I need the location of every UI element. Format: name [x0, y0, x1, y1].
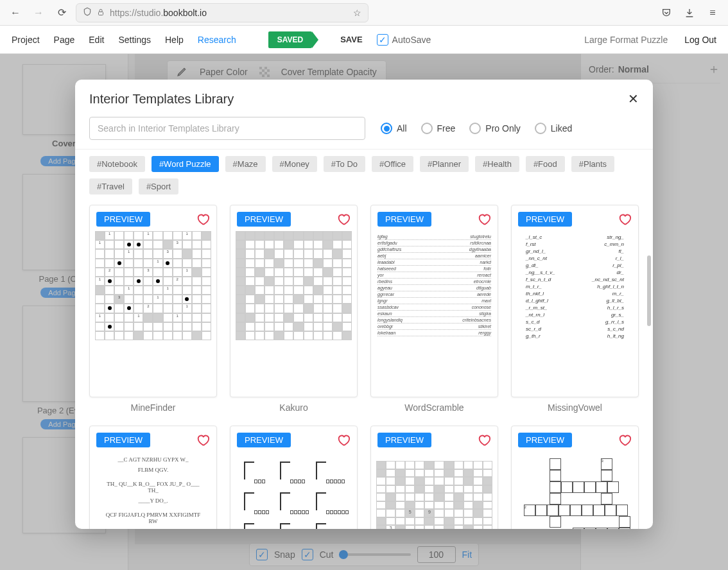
- template-preview: 3215: [517, 452, 633, 529]
- heart-icon[interactable]: [477, 212, 491, 226]
- url-text: https://studio.bookbolt.io: [110, 8, 348, 18]
- heart-icon[interactable]: [618, 212, 632, 226]
- star-icon[interactable]: ☆: [353, 8, 361, 18]
- heart-icon[interactable]: [336, 212, 351, 226]
- lfp-link[interactable]: Large Format Puzzle: [584, 35, 668, 45]
- tag-planner[interactable]: #Planner: [420, 156, 469, 172]
- filter-liked[interactable]: Liked: [535, 123, 572, 134]
- menu-project[interactable]: Project: [12, 35, 40, 45]
- menu-page[interactable]: Page: [54, 35, 75, 45]
- preview-button[interactable]: PREVIEW: [237, 212, 291, 227]
- tag-health[interactable]: #Health: [475, 156, 519, 172]
- tag-notebook[interactable]: #Notebook: [89, 156, 145, 172]
- tag-office[interactable]: #Office: [372, 156, 413, 172]
- lock-icon: [97, 8, 105, 18]
- tag-todo[interactable]: #To Do: [324, 156, 365, 172]
- tag-plants[interactable]: #Plants: [571, 156, 614, 172]
- svg-rect-0: [99, 12, 103, 15]
- save-button[interactable]: SAVE: [340, 35, 362, 44]
- pocket-icon[interactable]: [657, 4, 675, 22]
- menu-settings[interactable]: Settings: [118, 35, 151, 45]
- preview-button[interactable]: PREVIEW: [518, 433, 572, 447]
- tag-food[interactable]: #Food: [526, 156, 565, 172]
- browser-chrome: ← → ⟳ https://studio.bookbolt.io ☆ ≡: [0, 0, 728, 26]
- menu-research[interactable]: Research: [198, 35, 236, 45]
- template-title: Kakuro: [230, 402, 358, 413]
- search-input[interactable]: Search in Interior Templates Library: [89, 117, 365, 140]
- heart-icon[interactable]: [477, 433, 491, 447]
- preview-button[interactable]: PREVIEW: [377, 212, 431, 227]
- template-preview: tgfagstugtotreluertlsfgadursfdkrcnaagdif…: [376, 231, 492, 392]
- shield-icon: [83, 7, 92, 18]
- tag-wordpuzzle[interactable]: #Word Puzzle: [152, 156, 219, 172]
- preview-button[interactable]: PREVIEW: [96, 212, 150, 227]
- saved-badge: SAVED: [268, 31, 312, 48]
- autosave-toggle[interactable]: ✓ AutoSave: [377, 34, 431, 46]
- template-card[interactable]: PREVIEW3215: [511, 426, 639, 529]
- autosave-label: AutoSave: [392, 35, 431, 45]
- logout-link[interactable]: Log Out: [684, 35, 716, 45]
- template-preview: 593: [376, 452, 492, 529]
- template-grid: PREVIEW1111313123112113121111MineFinderP…: [89, 205, 639, 529]
- preview-button[interactable]: PREVIEW: [518, 212, 572, 227]
- template-preview: [236, 231, 352, 392]
- tag-sport[interactable]: #Sport: [139, 178, 178, 194]
- template-preview: _l_st_cstr_ng_f_rstc_mm_ngr_nd_l_fl__nn_…: [517, 231, 633, 392]
- radio-icon: [421, 123, 433, 134]
- radio-icon: [535, 123, 546, 134]
- template-preview: __C AGT NZRHU GYPX W_FLBM QGV.TH_ QU__K …: [95, 452, 211, 529]
- reload-icon[interactable]: ⟳: [53, 4, 71, 22]
- template-card[interactable]: PREVIEW593: [370, 426, 498, 529]
- address-bar[interactable]: https://studio.bookbolt.io ☆: [76, 3, 368, 22]
- templates-modal: Interior Templates Library ✕ Search in I…: [75, 80, 653, 529]
- heart-icon[interactable]: [618, 433, 632, 447]
- template-preview: [236, 452, 352, 529]
- menu-help[interactable]: Help: [165, 35, 184, 45]
- template-preview: 1111313123112113121111: [95, 231, 211, 392]
- heart-icon[interactable]: [196, 433, 210, 447]
- forward-icon[interactable]: →: [30, 4, 48, 22]
- filter-all[interactable]: All: [381, 123, 407, 134]
- template-card[interactable]: PREVIEW: [230, 426, 358, 529]
- template-card[interactable]: PREVIEW: [230, 205, 358, 397]
- close-icon[interactable]: ✕: [628, 91, 639, 107]
- tag-row: #Notebook#Word Puzzle#Maze#Money#To Do#O…: [75, 150, 653, 201]
- radio-icon: [381, 123, 392, 134]
- heart-icon[interactable]: [196, 212, 210, 226]
- tag-travel[interactable]: #Travel: [89, 178, 132, 194]
- preview-button[interactable]: PREVIEW: [96, 433, 150, 447]
- template-title: MineFinder: [89, 402, 217, 413]
- filter-free[interactable]: Free: [421, 123, 456, 134]
- scrollbar-thumb[interactable]: [647, 255, 651, 326]
- radio-icon: [469, 123, 481, 134]
- menu-edit[interactable]: Edit: [89, 35, 104, 45]
- download-icon[interactable]: [680, 4, 698, 22]
- search-placeholder: Search in Interior Templates Library: [98, 123, 239, 134]
- template-title: MissingVowel: [511, 402, 639, 413]
- modal-title: Interior Templates Library: [89, 92, 234, 107]
- tag-money[interactable]: #Money: [272, 156, 317, 172]
- modal-mask[interactable]: Interior Templates Library ✕ Search in I…: [0, 54, 728, 570]
- preview-button[interactable]: PREVIEW: [377, 433, 431, 447]
- back-icon[interactable]: ←: [6, 4, 24, 22]
- tag-maze[interactable]: #Maze: [225, 156, 266, 172]
- check-icon: ✓: [377, 34, 388, 46]
- filter-pro[interactable]: Pro Only: [469, 123, 520, 134]
- template-grid-scroll[interactable]: PREVIEW1111313123112113121111MineFinderP…: [75, 201, 653, 529]
- template-card[interactable]: PREVIEW_l_st_cstr_ng_f_rstc_mm_ngr_nd_l_…: [511, 205, 639, 397]
- template-card[interactable]: PREVIEW1111313123112113121111: [89, 205, 217, 397]
- app-menu: Project Page Edit Settings Help Research…: [0, 26, 728, 54]
- preview-button[interactable]: PREVIEW: [237, 433, 291, 447]
- template-card[interactable]: PREVIEWtgfagstugtotreluertlsfgadursfdkrc…: [370, 205, 498, 397]
- template-card[interactable]: PREVIEW__C AGT NZRHU GYPX W_FLBM QGV.TH_…: [89, 426, 217, 529]
- menu-icon[interactable]: ≡: [704, 4, 722, 22]
- filter-radios: All Free Pro Only Liked: [381, 123, 572, 134]
- template-title: WordScramble: [370, 402, 498, 413]
- heart-icon[interactable]: [336, 433, 351, 447]
